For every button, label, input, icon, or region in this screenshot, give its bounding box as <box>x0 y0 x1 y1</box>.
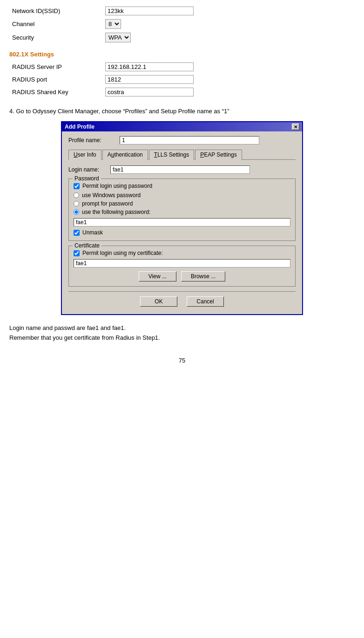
password-input[interactable] <box>74 218 290 226</box>
profile-name-label: Profile name: <box>68 137 115 144</box>
prompt-radio-row: prompt for password <box>74 200 290 207</box>
unmask-checkbox[interactable] <box>74 230 80 236</box>
footer-line2: Remember that you get certificate from R… <box>9 333 355 343</box>
tab-user-info[interactable]: User Info <box>68 150 101 160</box>
page-number: 75 <box>9 357 355 364</box>
login-name-input[interactable] <box>110 165 250 174</box>
radius-port-input[interactable] <box>105 75 194 84</box>
use-windows-label: use Windows password <box>82 192 141 199</box>
profile-name-input[interactable] <box>120 136 259 144</box>
radius-table: RADIUS Server IP RADIUS port RADIUS Shar… <box>9 61 355 98</box>
prompt-radio[interactable] <box>74 201 79 206</box>
radius-port-label: RADIUS port <box>9 73 102 86</box>
dialog-titlebar: Add Profile ✕ <box>62 122 302 131</box>
channel-select[interactable]: 8 <box>105 19 121 29</box>
dialog-body: Profile name: User Info Authentication T… <box>62 131 302 314</box>
radius-shared-key-label: RADIUS Shared Key <box>9 86 102 98</box>
tab-authentication[interactable]: Authentication <box>102 150 148 160</box>
step-text: 4. Go to Odyssey Client Manager, choose … <box>9 108 355 115</box>
radius-server-ip-label: RADIUS Server IP <box>9 61 102 73</box>
footer-line1: Login name and passwd are fae1 and fae1. <box>9 323 355 333</box>
login-name-row: Login name: <box>68 165 296 174</box>
permit-cert-label: Permit login using my certificate: <box>82 250 163 256</box>
tab-tls-settings[interactable]: TLLS Settings <box>149 150 194 160</box>
radius-heading: 802.1X Settings <box>9 51 355 58</box>
unmask-row: Unmask <box>74 229 290 236</box>
certificate-legend: Certificate <box>73 242 101 249</box>
permit-login-checkbox[interactable] <box>74 183 80 189</box>
use-following-radio[interactable] <box>74 209 79 215</box>
password-input-row <box>74 218 290 226</box>
cert-buttons-row: View ... Browse ... <box>74 271 290 281</box>
profile-name-row: Profile name: <box>68 136 296 144</box>
certificate-groupbox: Certificate Permit login using my certif… <box>68 246 296 287</box>
ok-button[interactable]: OK <box>140 296 177 307</box>
cert-value-input[interactable] <box>74 259 290 268</box>
permit-cert-checkbox-row: Permit login using my certificate: <box>74 250 290 256</box>
channel-label: Channel <box>9 17 102 31</box>
use-following-radio-row: use the following password: <box>74 209 290 215</box>
permit-cert-checkbox[interactable] <box>74 250 80 256</box>
add-profile-dialog: Add Profile ✕ Profile name: User Info Au… <box>61 121 303 315</box>
footer-text: Login name and passwd are fae1 and fae1.… <box>9 323 355 343</box>
network-id-label: Network ID(SSID) <box>9 5 102 17</box>
security-select[interactable]: WPA <box>105 33 131 42</box>
use-windows-radio[interactable] <box>74 192 79 198</box>
permit-login-checkbox-row: Permit login using password <box>74 183 290 189</box>
dialog-title: Add Profile <box>65 123 94 130</box>
password-groupbox: Password Permit login using password use… <box>68 178 296 241</box>
settings-table: Network ID(SSID) Channel 8 Security WPA <box>9 5 355 44</box>
dialog-footer: OK Cancel <box>68 291 296 309</box>
security-label: Security <box>9 31 102 44</box>
unmask-label: Unmask <box>82 229 103 236</box>
login-name-label: Login name: <box>68 166 106 173</box>
cancel-button[interactable]: Cancel <box>187 296 224 307</box>
radius-server-ip-input[interactable] <box>105 62 194 71</box>
use-windows-radio-row: use Windows password <box>74 192 290 199</box>
network-id-input[interactable] <box>105 7 194 15</box>
dialog-close-button[interactable]: ✕ <box>292 123 299 130</box>
prompt-label: prompt for password <box>82 200 133 207</box>
tab-peap-settings[interactable]: PEAP Settings <box>195 150 242 160</box>
radius-shared-key-input[interactable] <box>105 88 194 96</box>
use-following-label: use the following password: <box>82 209 150 215</box>
cert-input-row <box>74 259 290 268</box>
browse-button[interactable]: Browse ... <box>181 271 225 281</box>
tabs-row: User Info Authentication TLLS Settings P… <box>68 149 296 160</box>
permit-login-label: Permit login using password <box>82 183 152 189</box>
view-button[interactable]: View ... <box>139 271 176 281</box>
password-legend: Password <box>73 175 101 182</box>
